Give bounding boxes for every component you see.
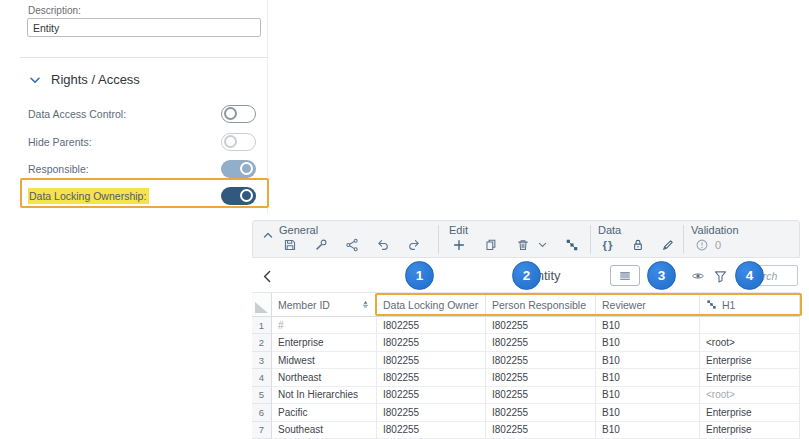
responsible-cell[interactable]: I802255 (486, 422, 596, 439)
column-header-member-id[interactable]: Member ID (272, 293, 377, 317)
table-row: 6 Pacific I802255 I802255 B10 Enterprise (252, 404, 800, 421)
warning-icon[interactable] (695, 238, 709, 252)
h1-cell[interactable]: Enterprise (700, 404, 800, 421)
redo-icon[interactable] (407, 238, 421, 252)
reviewer-cell[interactable]: B10 (596, 334, 700, 351)
member-id-cell[interactable]: Southeast (272, 422, 377, 439)
grid-header-row: Member ID Data Locking Owner Person Resp… (252, 293, 800, 317)
responsible-cell[interactable]: I802255 (486, 387, 596, 404)
data-locking-ownership-toggle[interactable] (221, 187, 256, 205)
hide-parents-label: Hide Parents: (28, 136, 92, 148)
row-number[interactable]: 4 (252, 369, 272, 386)
toolbar-separator (438, 225, 439, 254)
toolbar-group-general-label: General (279, 224, 318, 236)
description-input[interactable] (27, 18, 261, 37)
save-icon[interactable] (283, 238, 297, 252)
reviewer-cell[interactable]: B10 (596, 387, 700, 404)
toolbar-separator (590, 225, 591, 254)
general-icons (283, 238, 421, 252)
column-header-person-responsible[interactable]: Person Responsible (486, 293, 596, 317)
h1-cell[interactable]: Enterprise (700, 352, 800, 369)
h1-cell[interactable]: Enterprise (700, 369, 800, 386)
hide-parents-toggle[interactable] (221, 133, 256, 151)
reviewer-cell[interactable]: B10 (596, 422, 700, 439)
member-id-cell[interactable]: # (272, 317, 377, 334)
reviewer-cell[interactable]: B10 (596, 352, 700, 369)
reviewer-cell[interactable]: B10 (596, 369, 700, 386)
rights-access-section-header[interactable]: Rights / Access (28, 72, 140, 87)
share-icon[interactable] (345, 238, 359, 252)
column-header-data-locking-owner[interactable]: Data Locking Owner (377, 293, 486, 317)
sort-ascending-icon (360, 299, 371, 310)
grid-body: 1 # I802255 I802255 B10 2 Enterprise I80… (252, 317, 800, 439)
row-number[interactable]: 3 (252, 352, 272, 369)
toolbar-group-validation-label: Validation (691, 224, 739, 236)
lock-icon[interactable] (631, 238, 645, 252)
owner-cell[interactable]: I802255 (377, 369, 486, 386)
toggle-knob (224, 107, 237, 120)
responsible-toggle[interactable] (221, 160, 256, 178)
edit-pencil-icon[interactable] (661, 238, 675, 252)
responsible-cell[interactable]: I802255 (486, 404, 596, 421)
member-id-cell[interactable]: Enterprise (272, 334, 377, 351)
owner-cell[interactable]: I802255 (377, 387, 486, 404)
delete-menu-chevron-icon[interactable] (538, 241, 547, 249)
data-access-control-toggle[interactable] (221, 105, 256, 123)
reviewer-cell[interactable]: B10 (596, 317, 700, 334)
h1-cell[interactable]: <root> (700, 387, 800, 404)
chevron-down-icon (28, 73, 42, 87)
column-header-h1[interactable]: H1 (700, 293, 800, 317)
description-label: Description: (28, 5, 81, 16)
wrench-icon[interactable] (314, 238, 328, 252)
table-row: 2 Enterprise I802255 I802255 B10 <root> (252, 334, 800, 351)
responsible-cell[interactable]: I802255 (486, 317, 596, 334)
owner-cell[interactable]: I802255 (377, 317, 486, 334)
copy-icon[interactable] (484, 238, 498, 252)
toolbar-group-data-label: Data (598, 224, 621, 236)
column-header-reviewer[interactable]: Reviewer (596, 293, 700, 317)
member-id-cell[interactable]: Not In Hierarchies (272, 387, 377, 404)
section-title: Rights / Access (51, 72, 140, 87)
data-locking-ownership-row: Data Locking Ownership: (20, 185, 268, 206)
owner-cell[interactable]: I802255 (377, 352, 486, 369)
h1-cell[interactable]: <root> (700, 334, 800, 351)
responsible-cell[interactable]: I802255 (486, 352, 596, 369)
properties-panel: Description: Rights / Access Data Access… (20, 0, 268, 214)
eye-visibility-icon[interactable] (689, 267, 707, 285)
h1-cell[interactable] (700, 317, 800, 334)
member-id-cell[interactable]: Midwest (272, 352, 377, 369)
owner-cell[interactable]: I802255 (377, 404, 486, 421)
formulas-braces-icon[interactable]: {} (601, 238, 615, 252)
annotation-badge-3: 3 (647, 261, 676, 290)
h1-cell[interactable]: Enterprise (700, 422, 800, 439)
table-row: 7 Southeast I802255 I802255 B10 Enterpri… (252, 422, 800, 439)
table-row: 3 Midwest I802255 I802255 B10 Enterprise (252, 352, 800, 369)
member-id-cell[interactable]: Northeast (272, 369, 377, 386)
toolbar-group-edit-label: Edit (449, 224, 468, 236)
delete-icon[interactable] (516, 238, 530, 252)
undo-icon[interactable] (376, 238, 390, 252)
reviewer-cell[interactable]: B10 (596, 404, 700, 421)
owner-cell[interactable]: I802255 (377, 422, 486, 439)
divider (20, 57, 268, 58)
toggle-knob (224, 135, 237, 148)
list-view-button[interactable] (610, 265, 640, 286)
back-button[interactable] (258, 267, 276, 285)
owner-cell[interactable]: I802255 (377, 334, 486, 351)
corner-triangle-icon (255, 302, 268, 313)
collapse-toolbar-button[interactable] (261, 228, 275, 242)
row-number[interactable]: 1 (252, 317, 272, 334)
hierarchy-icon (706, 299, 717, 310)
filter-funnel-icon[interactable] (711, 267, 729, 285)
responsible-cell[interactable]: I802255 (486, 369, 596, 386)
member-id-cell[interactable]: Pacific (272, 404, 377, 421)
row-number[interactable]: 6 (252, 404, 272, 421)
row-number[interactable]: 2 (252, 334, 272, 351)
member-grid-panel: General Edit (252, 220, 800, 439)
responsible-cell[interactable]: I802255 (486, 334, 596, 351)
select-all-corner-cell[interactable] (252, 293, 272, 317)
add-member-icon[interactable] (452, 238, 466, 252)
hierarchy-icon[interactable] (565, 238, 579, 252)
row-number[interactable]: 7 (252, 422, 272, 439)
row-number[interactable]: 5 (252, 387, 272, 404)
